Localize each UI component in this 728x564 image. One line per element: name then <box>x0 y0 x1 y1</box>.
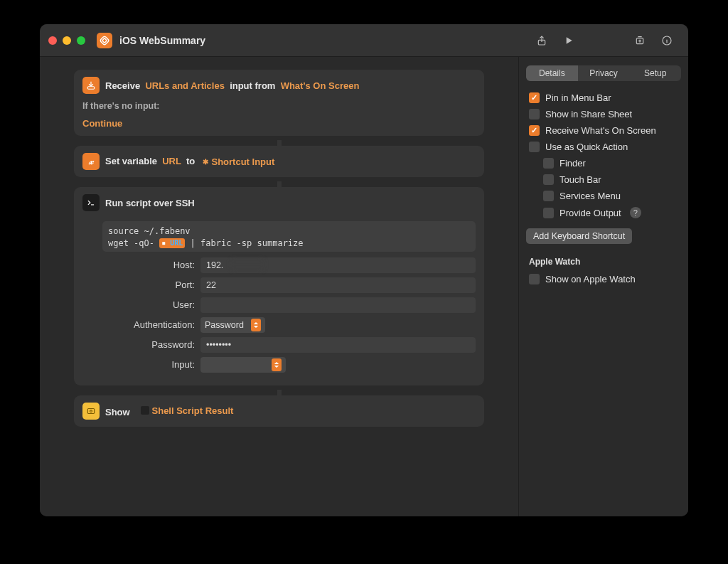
no-input-action[interactable]: Continue <box>74 115 484 136</box>
variable-icon: 𝓍 <box>82 153 100 170</box>
window-title: iOS WebSummary <box>119 35 205 46</box>
receive-screen-row[interactable]: Receive What's On Screen <box>526 122 681 139</box>
svg-rect-0 <box>100 36 109 45</box>
input-select[interactable] <box>200 357 286 373</box>
host-label: Host: <box>102 260 200 270</box>
receive-text: Receive URLs and Articles input from Wha… <box>105 80 359 91</box>
setvar-text: Set variable URL to ✱ Shortcut Input <box>105 156 277 168</box>
terminal-icon <box>82 194 100 211</box>
variable-name-token[interactable]: URL <box>162 156 181 166</box>
connector <box>277 181 282 187</box>
ssh-title: Run script over SSH <box>105 198 195 208</box>
svg-rect-6 <box>87 408 94 413</box>
password-input[interactable] <box>200 337 476 353</box>
quick-action-row[interactable]: Use as Quick Action <box>526 139 681 155</box>
tab-details[interactable]: Details <box>526 65 578 81</box>
auth-select[interactable]: Password <box>200 317 265 333</box>
app-window: iOS WebSummary <box>40 24 688 516</box>
gear-icon: ✱ <box>203 158 208 166</box>
provide-output-row[interactable]: Provide Output ? <box>526 204 681 221</box>
touchbar-row[interactable]: Touch Bar <box>526 171 681 188</box>
connector <box>277 140 282 146</box>
apple-watch-row[interactable]: Show on Apple Watch <box>526 271 681 287</box>
apple-watch-checkbox[interactable] <box>529 274 540 284</box>
titlebar: iOS WebSummary <box>40 24 688 57</box>
auth-label: Authentication: <box>102 319 200 330</box>
finder-row[interactable]: Finder <box>526 155 681 171</box>
no-input-label: If there's no input: <box>74 101 484 115</box>
svg-rect-1 <box>102 38 107 43</box>
pin-menubar-row[interactable]: Pin in Menu Bar <box>526 90 681 106</box>
workflow-canvas[interactable]: Receive URLs and Articles input from Wha… <box>40 57 519 516</box>
port-input[interactable] <box>200 277 476 293</box>
port-label: Port: <box>102 280 200 290</box>
share-sheet-row[interactable]: Show in Share Sheet <box>526 106 681 122</box>
show-text: Show Shell Script Result <box>105 405 236 417</box>
quick-look-icon <box>82 403 100 420</box>
receive-source-token[interactable]: What's On Screen <box>281 80 360 91</box>
shell-result-token[interactable]: Shell Script Result <box>138 405 237 417</box>
tab-setup[interactable]: Setup <box>629 65 681 81</box>
sidebar-tabs: Details Privacy Setup <box>526 65 681 81</box>
receive-types-token[interactable]: URLs and Articles <box>145 80 225 91</box>
receive-screen-checkbox[interactable] <box>529 125 540 136</box>
quick-action-checkbox[interactable] <box>529 142 540 152</box>
services-row[interactable]: Services Menu <box>526 188 681 204</box>
user-input[interactable] <box>200 297 476 313</box>
info-button[interactable] <box>661 35 673 46</box>
svg-rect-5 <box>87 87 94 90</box>
ssh-script-input[interactable]: source ~/.fabenv wget -qO- ▪ URL | fabri… <box>102 221 476 252</box>
window-controls <box>48 36 85 45</box>
set-variable-action[interactable]: 𝓍 Set variable URL to ✱ Shortcut Input <box>74 146 484 177</box>
tab-privacy[interactable]: Privacy <box>578 65 630 81</box>
user-label: User: <box>102 299 200 310</box>
help-icon[interactable]: ? <box>630 207 641 218</box>
services-checkbox[interactable] <box>543 191 554 201</box>
stepper-icon <box>272 358 282 371</box>
host-input[interactable] <box>200 257 476 273</box>
run-ssh-action[interactable]: Run script over SSH source ~/.fabenv wge… <box>74 187 484 385</box>
password-label: Password: <box>102 339 200 350</box>
touchbar-checkbox[interactable] <box>543 174 554 185</box>
stepper-icon <box>251 319 261 331</box>
receive-input-action[interactable]: Receive URLs and Articles input from Wha… <box>74 70 484 136</box>
show-result-action[interactable]: Show Shell Script Result <box>74 395 484 427</box>
fullscreen-window-button[interactable] <box>77 36 85 45</box>
finder-checkbox[interactable] <box>543 158 554 169</box>
url-variable-pill[interactable]: ▪ URL <box>159 238 185 248</box>
library-button[interactable] <box>634 35 646 46</box>
shortcut-input-token[interactable]: ✱ Shortcut Input <box>200 156 277 168</box>
pin-menubar-checkbox[interactable] <box>529 92 540 103</box>
run-button[interactable] <box>563 35 574 46</box>
apple-watch-header: Apple Watch <box>526 257 681 267</box>
share-sheet-checkbox[interactable] <box>529 109 540 119</box>
share-button[interactable] <box>536 35 547 46</box>
input-label: Input: <box>102 359 200 370</box>
details-sidebar: Details Privacy Setup Pin in Menu Bar Sh… <box>519 57 688 516</box>
add-keyboard-shortcut-button[interactable]: Add Keyboard Shortcut <box>526 228 632 244</box>
receive-input-icon <box>82 77 100 94</box>
svg-point-7 <box>90 410 92 412</box>
connector <box>277 390 282 395</box>
shortcuts-app-icon <box>97 33 112 48</box>
provide-output-checkbox[interactable] <box>543 208 554 218</box>
terminal-mini-icon <box>141 406 149 415</box>
minimize-window-button[interactable] <box>63 36 71 45</box>
close-window-button[interactable] <box>48 36 57 45</box>
